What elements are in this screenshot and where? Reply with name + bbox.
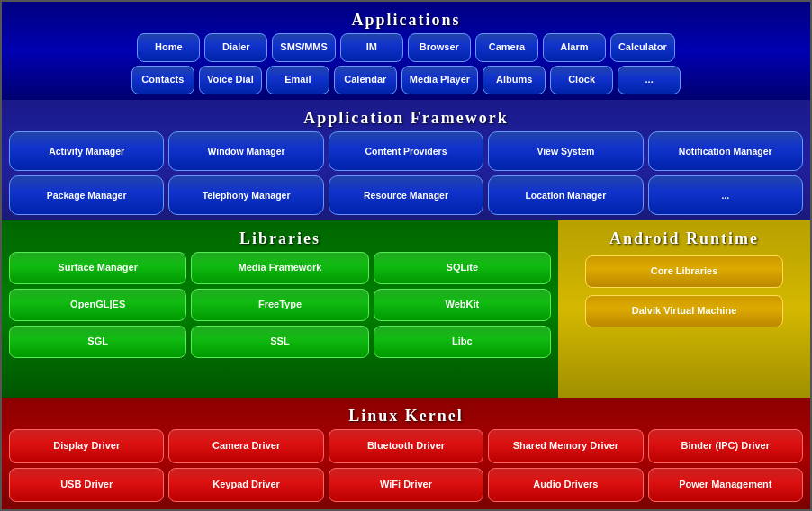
kernel-button[interactable]: Bluetooth Driver xyxy=(329,429,483,463)
app-button[interactable]: Clock xyxy=(550,66,613,94)
library-button[interactable]: FreeType xyxy=(191,289,368,321)
framework-button[interactable]: Telephony Manager xyxy=(168,175,323,215)
app-button[interactable]: Alarm xyxy=(543,33,606,62)
framework-button[interactable]: Resource Manager xyxy=(329,175,483,215)
library-button[interactable]: SGL xyxy=(9,326,186,358)
runtime-grid: Core LibrariesDalvik Virtual Machine xyxy=(565,252,803,327)
apps-row2: ContactsVoice DialEmailCalendarMedia Pla… xyxy=(9,66,803,94)
runtime-button[interactable]: Core Libraries xyxy=(585,256,783,288)
framework-button[interactable]: Activity Manager xyxy=(9,131,164,171)
framework-grid: Activity ManagerWindow ManagerContent Pr… xyxy=(9,131,803,215)
kernel-grid: Display DriverCamera DriverBluetooth Dri… xyxy=(9,429,803,502)
kernel-button[interactable]: Audio Drivers xyxy=(488,468,643,502)
library-button[interactable]: WebKit xyxy=(374,289,551,321)
framework-button[interactable]: Content Providers xyxy=(329,131,483,171)
android-runtime-section: Android Runtime Core LibrariesDalvik Vir… xyxy=(558,220,810,398)
library-button[interactable]: Surface Manager xyxy=(9,252,186,284)
kernel-button[interactable]: Shared Memory Driver xyxy=(488,429,643,463)
framework-title: Application Framework xyxy=(9,103,803,131)
app-button[interactable]: Albums xyxy=(483,66,546,94)
kernel-title: Linux Kernel xyxy=(9,401,803,429)
kernel-button[interactable]: USB Driver xyxy=(9,468,164,502)
library-button[interactable]: SQLite xyxy=(374,252,551,284)
android-runtime-title: Android Runtime xyxy=(565,224,803,252)
kernel-section: Linux Kernel Display DriverCamera Driver… xyxy=(2,398,810,509)
library-button[interactable]: Media Framework xyxy=(191,252,368,284)
app-button[interactable]: Calendar xyxy=(334,66,397,94)
kernel-button[interactable]: Binder (IPC) Driver xyxy=(648,429,803,463)
app-button[interactable]: SMS/MMS xyxy=(272,33,336,62)
app-button[interactable]: Dialer xyxy=(204,33,267,62)
framework-button[interactable]: Package Manager xyxy=(9,175,164,215)
apps-row1: HomeDialerSMS/MMSIMBrowserCameraAlarmCal… xyxy=(9,33,803,62)
runtime-button[interactable]: Dalvik Virtual Machine xyxy=(585,295,783,327)
app-button[interactable]: Calculator xyxy=(610,33,675,62)
kernel-button[interactable]: Keypad Driver xyxy=(168,468,323,502)
applications-title: Applications xyxy=(9,5,803,33)
middle-section: Libraries Surface ManagerMedia Framework… xyxy=(2,220,810,398)
app-button[interactable]: Media Player xyxy=(401,66,478,94)
framework-section: Application Framework Activity ManagerWi… xyxy=(2,100,810,220)
main-container: Applications HomeDialerSMS/MMSIMBrowserC… xyxy=(0,0,812,511)
library-button[interactable]: OpenGL|ES xyxy=(9,289,186,321)
libraries-grid: Surface ManagerMedia FrameworkSQLiteOpen… xyxy=(9,252,551,358)
app-button[interactable]: IM xyxy=(340,33,403,62)
kernel-button[interactable]: Display Driver xyxy=(9,429,164,463)
app-button[interactable]: Contacts xyxy=(131,66,194,94)
app-button[interactable]: Browser xyxy=(408,33,471,62)
libraries-title: Libraries xyxy=(9,224,551,252)
kernel-button[interactable]: WiFi Driver xyxy=(329,468,483,502)
library-button[interactable]: Libc xyxy=(374,326,551,358)
app-button[interactable]: ... xyxy=(618,66,681,94)
framework-button[interactable]: View System xyxy=(488,131,643,171)
kernel-button[interactable]: Camera Driver xyxy=(168,429,323,463)
app-button[interactable]: Voice Dial xyxy=(199,66,262,94)
libraries-section: Libraries Surface ManagerMedia Framework… xyxy=(2,220,558,398)
framework-button[interactable]: ... xyxy=(648,175,803,215)
framework-button[interactable]: Location Manager xyxy=(488,175,643,215)
library-button[interactable]: SSL xyxy=(191,326,368,358)
app-button[interactable]: Email xyxy=(266,66,329,94)
framework-button[interactable]: Notification Manager xyxy=(648,131,803,171)
applications-section: Applications HomeDialerSMS/MMSIMBrowserC… xyxy=(2,2,810,100)
app-button[interactable]: Home xyxy=(137,33,200,62)
kernel-button[interactable]: Power Management xyxy=(648,468,803,502)
framework-button[interactable]: Window Manager xyxy=(168,131,323,171)
app-button[interactable]: Camera xyxy=(475,33,538,62)
